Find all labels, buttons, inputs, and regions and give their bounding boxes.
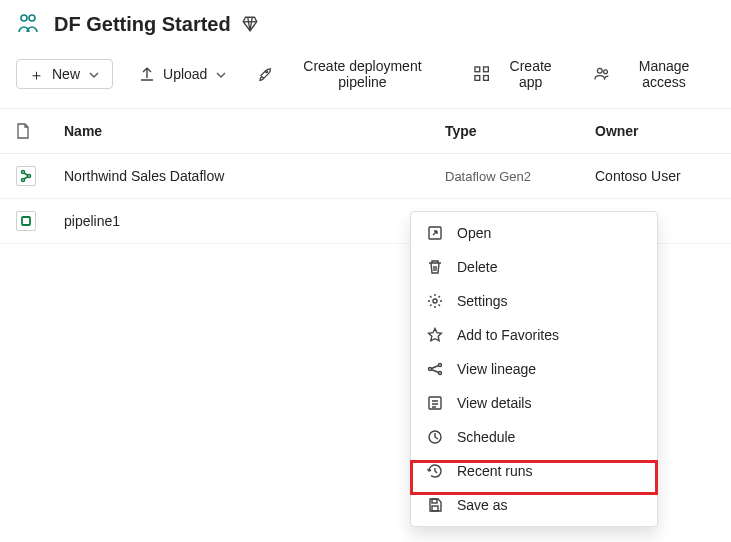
menu-item-recent-runs[interactable]: Recent runs (411, 454, 657, 488)
menu-item-label: Recent runs (457, 463, 532, 479)
clock-icon (427, 429, 443, 445)
column-header-icon (16, 123, 56, 139)
svg-point-0 (21, 15, 27, 21)
lineage-icon (427, 361, 443, 377)
menu-item-schedule[interactable]: Schedule (411, 420, 657, 454)
svg-point-1 (29, 15, 35, 21)
dataflow-icon (16, 166, 36, 186)
workspace-icon (16, 12, 40, 36)
svg-point-17 (439, 372, 442, 375)
svg-rect-3 (475, 67, 480, 72)
details-icon (427, 395, 443, 411)
upload-icon (139, 66, 155, 82)
manage-access-button[interactable]: Manage access (590, 52, 715, 96)
row-item-type: Dataflow Gen2 (445, 169, 595, 184)
menu-item-label: Settings (457, 293, 508, 309)
premium-diamond-icon (241, 15, 259, 33)
chevron-down-icon (88, 68, 100, 80)
svg-rect-6 (484, 76, 489, 81)
row-item-icon-wrap (16, 211, 56, 231)
svg-point-14 (433, 299, 437, 303)
menu-item-delete[interactable]: Delete (411, 250, 657, 284)
menu-item-label: View lineage (457, 361, 536, 377)
open-icon (427, 225, 443, 241)
create-app-button[interactable]: Create app (470, 52, 568, 96)
context-menu: Open Delete Settings Add to Favorites Vi… (410, 211, 658, 527)
svg-rect-4 (484, 67, 489, 72)
row-item-owner: Contoso User (595, 168, 715, 184)
row-item-name[interactable]: pipeline1 (64, 213, 120, 229)
svg-rect-20 (432, 499, 437, 503)
rocket-icon (257, 66, 272, 82)
svg-point-2 (266, 71, 268, 73)
app-grid-icon (474, 66, 489, 82)
column-header-owner[interactable]: Owner (595, 123, 715, 139)
upload-button[interactable]: Upload (135, 60, 231, 88)
upload-label: Upload (163, 66, 207, 82)
menu-item-label: Delete (457, 259, 497, 275)
row-item-icon-wrap (16, 166, 56, 186)
manage-access-label: Manage access (617, 58, 711, 90)
row-item-name[interactable]: Northwind Sales Dataflow (64, 168, 224, 184)
menu-item-label: Save as (457, 497, 508, 513)
plus-icon: ＋ (29, 67, 44, 82)
trash-icon (427, 259, 443, 275)
create-deployment-pipeline-button[interactable]: Create deployment pipeline (253, 52, 448, 96)
svg-rect-21 (432, 506, 438, 511)
menu-item-view-details[interactable]: View details (411, 386, 657, 420)
table-row[interactable]: Northwind Sales Dataflow Dataflow Gen2 C… (0, 154, 731, 199)
svg-point-15 (429, 368, 432, 371)
new-button[interactable]: ＋ New (16, 59, 113, 89)
history-icon (427, 463, 443, 479)
list-column-headers: Name Type Owner (0, 109, 731, 154)
people-icon (594, 66, 609, 82)
menu-item-add-favorites[interactable]: Add to Favorites (411, 318, 657, 352)
column-header-type[interactable]: Type (445, 123, 595, 139)
new-button-label: New (52, 66, 80, 82)
svg-rect-5 (475, 76, 480, 81)
workspace-title: DF Getting Started (54, 13, 231, 36)
menu-item-label: Add to Favorites (457, 327, 559, 343)
create-app-label: Create app (497, 58, 563, 90)
create-deployment-pipeline-label: Create deployment pipeline (281, 58, 444, 90)
toolbar: ＋ New Upload Create deployment pipeline … (0, 46, 731, 109)
star-icon (427, 327, 443, 343)
svg-point-8 (603, 70, 607, 74)
svg-point-7 (597, 68, 602, 73)
menu-item-label: Schedule (457, 429, 515, 445)
svg-rect-12 (22, 217, 30, 225)
svg-point-16 (439, 364, 442, 367)
menu-item-save-as[interactable]: Save as (411, 488, 657, 522)
menu-item-view-lineage[interactable]: View lineage (411, 352, 657, 386)
pipeline-icon (16, 211, 36, 231)
page-header: DF Getting Started (0, 0, 731, 46)
column-header-name[interactable]: Name (56, 123, 445, 139)
menu-item-label: View details (457, 395, 531, 411)
menu-item-label: Open (457, 225, 491, 241)
save-icon (427, 497, 443, 513)
menu-item-open[interactable]: Open (411, 216, 657, 250)
menu-item-settings[interactable]: Settings (411, 284, 657, 318)
gear-icon (427, 293, 443, 309)
chevron-down-icon (215, 68, 227, 80)
